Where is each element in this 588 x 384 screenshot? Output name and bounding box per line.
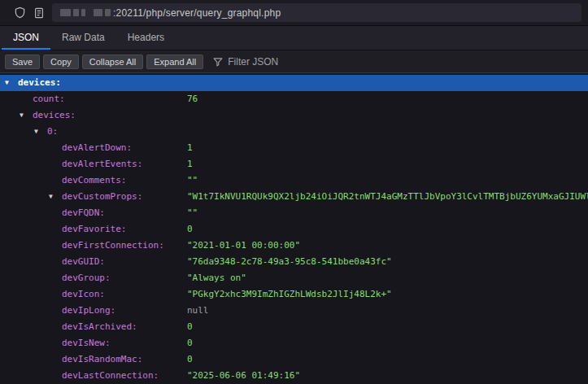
json-row-devCustomProps[interactable]: ▼devCustomProps:"W1t7IkNVU1RQUk9QX2ljb24… <box>0 189 588 205</box>
json-key: devComments: <box>62 175 126 185</box>
json-value: "PGkgY2xhc3M9ImZhIGZhLWdsb2JlIj48L2k+" <box>187 286 392 303</box>
toolbar-buttons: SaveCopyCollapse AllExpand All <box>5 55 207 69</box>
json-viewer-toolbar: SaveCopyCollapse AllExpand All Filter JS… <box>0 50 588 73</box>
json-row-devComments[interactable]: devComments:"" <box>0 172 588 189</box>
collapse-arrow-icon[interactable]: ▼ <box>5 75 18 91</box>
json-row-count[interactable]: count:76 <box>0 91 588 107</box>
save-button[interactable]: Save <box>5 55 40 69</box>
url-text: :20211/php/server/query_graphql.php <box>113 7 281 19</box>
filter-json-placeholder: Filter JSON <box>228 56 278 68</box>
json-value: 1 <box>187 140 193 156</box>
collapse-all-button[interactable]: Collapse All <box>82 55 143 69</box>
tracking-protection-shield-icon[interactable] <box>10 3 29 23</box>
json-key: devIpLong: <box>62 305 115 316</box>
json-value: "W1t7IkNVU1RQUk9QX2ljb24iOiJQR2tnWTJ4aGM… <box>187 189 588 205</box>
json-row-devices[interactable]: ▼devices: <box>0 107 588 124</box>
json-key: devFavorite: <box>62 224 126 234</box>
json-key: devAlertEvents: <box>62 159 142 169</box>
redacted-host-block <box>60 9 71 16</box>
json-key: devices: <box>18 77 61 88</box>
json-tree: ▼devices:count:76▼devices:▼0:devAlertDow… <box>0 73 588 384</box>
json-key: devices: <box>33 110 76 120</box>
copy-button[interactable]: Copy <box>43 55 79 69</box>
filter-funnel-icon <box>213 57 223 67</box>
json-key: devIcon: <box>62 289 105 299</box>
json-key: devCustomProps: <box>62 191 142 202</box>
json-row-0[interactable]: ▼0: <box>0 124 588 140</box>
json-key: devGroup: <box>62 273 111 283</box>
tab-json[interactable]: JSON <box>2 26 50 50</box>
json-row-devFirstConnection[interactable]: devFirstConnection:"2021-01-01 00:00:00" <box>0 238 588 254</box>
json-key: count: <box>33 94 65 104</box>
json-value: "76da9348-2c78-49a3-95c8-541bbe0a43fc" <box>187 254 392 270</box>
json-row-devFavorite[interactable]: devFavorite:0 <box>0 221 588 238</box>
json-row-devices[interactable]: ▼devices: <box>0 75 588 91</box>
json-viewer-tabs: JSONRaw DataHeaders <box>0 26 588 50</box>
json-row-devIpLong[interactable]: devIpLong:null <box>0 303 588 319</box>
redacted-host-block <box>105 9 111 16</box>
json-key: devIsRandomMac: <box>62 354 142 364</box>
json-key: devLastConnection: <box>62 370 159 381</box>
json-value: 0 <box>187 351 193 368</box>
json-key: devIsNew: <box>62 338 111 348</box>
json-value: "Always on" <box>187 270 246 286</box>
json-row-devLastConnection[interactable]: devLastConnection:"2025-06-06 01:49:16" <box>0 368 588 384</box>
filter-json-input[interactable]: Filter JSON <box>213 56 278 68</box>
json-key: 0: <box>47 126 58 137</box>
json-value: 1 <box>187 156 193 172</box>
json-row-devAlertDown[interactable]: devAlertDown:1 <box>0 140 588 156</box>
json-row-devAlertEvents[interactable]: devAlertEvents:1 <box>0 156 588 172</box>
collapse-arrow-icon[interactable]: ▼ <box>49 189 62 205</box>
json-value: "2025-06-06 01:49:16" <box>187 368 300 384</box>
json-key: devFirstConnection: <box>62 240 164 251</box>
json-key: devFQDN: <box>62 207 105 218</box>
redacted-host-block <box>94 9 102 16</box>
browser-toolbar: :20211/php/server/query_graphql.php <box>0 0 588 26</box>
json-key: devAlertDown: <box>62 142 132 153</box>
browser-window: :20211/php/server/query_graphql.php JSON… <box>0 0 588 384</box>
json-row-devGUID[interactable]: devGUID:"76da9348-2c78-49a3-95c8-541bbe0… <box>0 254 588 270</box>
redacted-host-block <box>81 9 85 16</box>
json-row-devFQDN[interactable]: devFQDN:"" <box>0 205 588 221</box>
json-row-devGroup[interactable]: devGroup:"Always on" <box>0 270 588 286</box>
json-value: "" <box>187 205 198 221</box>
json-value: 76 <box>187 91 198 107</box>
json-value: "2021-01-01 00:00:00" <box>187 238 300 254</box>
tab-headers[interactable]: Headers <box>116 26 176 50</box>
json-row-devIcon[interactable]: devIcon:"PGkgY2xhc3M9ImZhIGZhLWdsb2JlIj4… <box>0 286 588 303</box>
json-row-devIsNew[interactable]: devIsNew:0 <box>0 335 588 351</box>
json-key: devIsArchived: <box>62 321 137 332</box>
json-value: 0 <box>187 221 193 238</box>
json-value: "" <box>187 172 198 189</box>
site-identity-page-icon[interactable] <box>29 3 49 23</box>
json-row-devIsArchived[interactable]: devIsArchived:0 <box>0 319 588 335</box>
json-value: 0 <box>187 319 193 335</box>
expand-all-button[interactable]: Expand All <box>146 55 203 69</box>
tab-raw-data[interactable]: Raw Data <box>50 26 116 50</box>
collapse-arrow-icon[interactable]: ▼ <box>20 107 33 124</box>
collapse-arrow-icon[interactable]: ▼ <box>34 124 47 140</box>
json-value: null <box>187 303 209 319</box>
json-row-devIsRandomMac[interactable]: devIsRandomMac:0 <box>0 351 588 368</box>
url-bar[interactable]: :20211/php/server/query_graphql.php <box>52 3 581 22</box>
redacted-host-block <box>73 9 79 16</box>
json-value: 0 <box>187 335 193 351</box>
json-key: devGUID: <box>62 256 105 267</box>
